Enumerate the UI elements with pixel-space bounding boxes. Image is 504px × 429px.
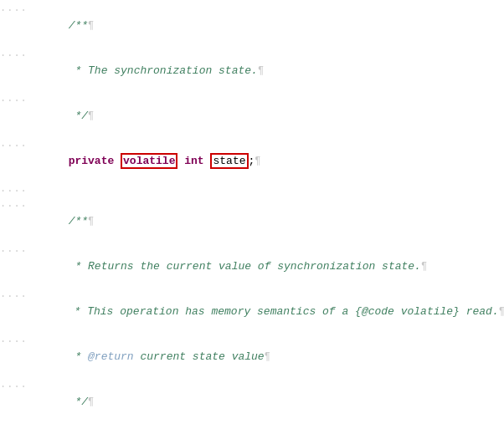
line-javadoc-open-1: ···· /**¶ — [0, 199, 504, 244]
line-memory-semantics-read: ···· * This operation has memory semanti… — [0, 289, 504, 335]
line-text: protected final int getState() {¶ — [28, 425, 504, 429]
line-indent: ···· — [0, 94, 28, 109]
line-text: private volatile int state;¶ — [28, 139, 504, 184]
line-indent: ···· — [0, 139, 28, 154]
line-indent: ···· — [0, 184, 28, 199]
line-comment-open-top: ···· /**¶ — [0, 3, 504, 49]
line-getstate-decl: ···· protected final int getState() {¶ — [0, 425, 504, 429]
line-text — [28, 184, 504, 199]
line-field-decl: ···· private volatile int state;¶ — [0, 139, 504, 184]
code-editor: ···· /**¶ ···· * The synchronization sta… — [0, 0, 504, 429]
line-indent: ···· — [0, 3, 28, 18]
line-text: * The synchronization state.¶ — [28, 49, 504, 94]
line-returns-comment: ···· * Returns the current value of sync… — [0, 244, 504, 289]
line-text: /**¶ — [28, 199, 504, 244]
line-text: /**¶ — [28, 3, 504, 49]
line-blank-1: ···· — [0, 184, 504, 199]
line-text: * Returns the current value of synchroni… — [28, 244, 504, 289]
line-text: * @return current state value¶ — [28, 335, 504, 380]
line-indent: ···· — [0, 289, 27, 304]
line-indent: ···· — [0, 49, 28, 64]
line-indent: ···· — [0, 199, 28, 214]
line-text: */¶ — [28, 94, 504, 139]
line-indent: ···· — [0, 380, 28, 395]
line-comment-close-1: ···· */¶ — [0, 94, 504, 139]
line-text: */¶ — [28, 380, 504, 425]
line-indent: ···· — [0, 425, 28, 429]
line-indent: ···· — [0, 335, 28, 350]
line-sync-state-comment: ···· * The synchronization state.¶ — [0, 49, 504, 94]
line-return-tag: ···· * @return current state value¶ — [0, 335, 504, 380]
line-indent: ···· — [0, 244, 28, 259]
line-comment-close-2: ···· */¶ — [0, 380, 504, 425]
line-text: * This operation has memory semantics of… — [27, 289, 504, 335]
